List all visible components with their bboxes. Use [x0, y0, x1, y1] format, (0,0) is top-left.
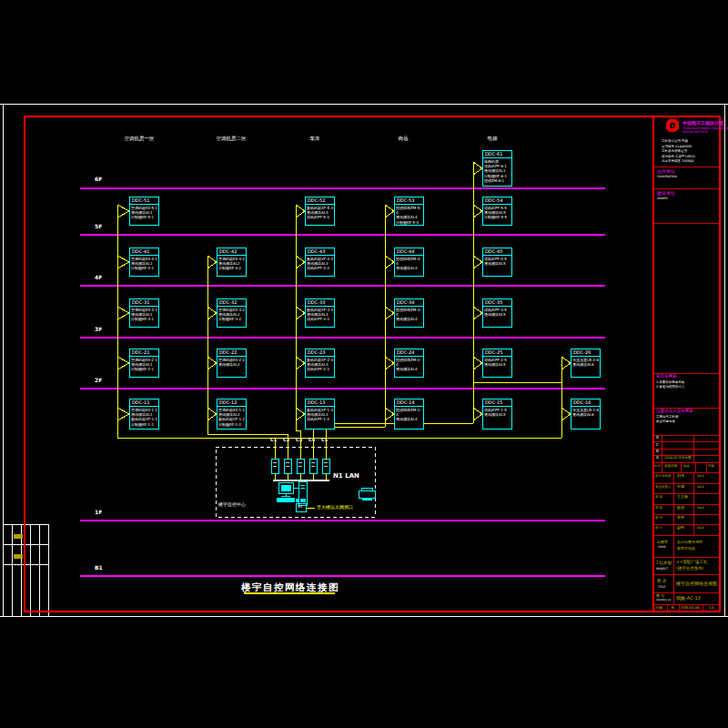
ddc-box-DDC-16: DDC-16冷冻水泵LB-1-6通讯模块AL6 [571, 399, 601, 430]
wire [385, 357, 394, 369]
ddc-box-DDC-52: DDC-52新风机组XF-5-3通讯模块AL3排风机PF-5-3 [305, 197, 335, 226]
ddc-box-DDC-24: DDC-24照明回路ZM-2-4通讯模块AL4 [394, 349, 424, 378]
workstation-icon [277, 481, 307, 505]
rev-header-cell: 签名 [683, 465, 690, 469]
rev-header-cell: 标记 [654, 465, 661, 469]
floor-label: 3F [95, 327, 102, 332]
wire [296, 408, 305, 420]
ddc-box-DDC-51: DDC-51空调机组KX-5-1通讯模块AL1控制箱KE-5-1 [129, 197, 159, 226]
owner-label-en: OWNER [657, 197, 668, 200]
chop-section-label-en: CHOP [658, 546, 666, 549]
riser-label: C2 [283, 438, 289, 442]
sheet-number: 13 [709, 606, 713, 610]
riser-label: C5 [321, 438, 328, 442]
wire [385, 256, 394, 268]
ddc-box-DDC-33: DDC-33新风机组XF-3-3通讯模块AL3排风机PF-3-3 [305, 298, 335, 328]
ddc-box-title: DDC-21 [130, 349, 158, 357]
cert-line: 证书编号 A1440000 [662, 146, 692, 149]
wire [207, 357, 217, 369]
ddc-box-lines: 新风机组XF-4-3通讯模块AL3排风机PF-4-3 [306, 256, 334, 271]
ddc-box-title: DDC-42 [217, 248, 246, 256]
floor-label: 2F [95, 378, 102, 383]
wire [296, 307, 305, 319]
ddc-box-DDC-43: DDC-43新风机组XF-4-3通讯模块AL3排风机PF-4-3 [305, 248, 335, 277]
ddc-box-DDC-54: DDC-54排风机PF-5-5通讯模块AL5控制箱KE-5-5 [482, 197, 512, 226]
coop-label: 合作单位 [657, 169, 675, 174]
dwgno-value: 弱施-AC-13 [676, 596, 701, 601]
ddc-box-lines: 电梯机房排风机PF-6-1通讯模块AL1控制箱KE-6-1照明ZM-6-1 [483, 158, 511, 183]
ddc-box-lines: 空调机组KX-4-2通讯模块AL2控制箱KE-4-2 [217, 256, 246, 271]
wire [561, 408, 571, 420]
ddc-box-lines: 新风机组XF-1-3通讯模块AL3排风机PF-1-3 [306, 407, 334, 422]
column-header: 空调机房二区 [217, 136, 247, 142]
column-header: 电梯 [488, 136, 498, 142]
license-chop-label: 注册执业人员专用章 [656, 410, 693, 414]
ddc-box-lines: 照明回路ZM-3-4通讯模块AL4 [395, 307, 423, 322]
binding-grid [3, 524, 48, 616]
license-chop-note: 注册电气工程师 [656, 416, 679, 420]
wire [207, 307, 217, 319]
ethernet-note: 至大楼以太网接口 [317, 505, 353, 510]
scale-value: 无 [671, 606, 674, 610]
title-field-value: 楼宇自控网络连接图 [676, 581, 717, 586]
diagram-canvas [0, 0, 728, 728]
ddc-box-title: DDC-13 [306, 399, 334, 407]
ddc-box-DDC-61: DDC-61电梯机房排风机PF-6-1通讯模块AL1控制箱KE-6-1照明ZM-… [482, 150, 512, 187]
ddc-box-DDC-32: DDC-32空调机组KX-3-2通讯模块AL2控制箱KE-3-2 [217, 298, 247, 328]
institute-name-en: DESIGN INSTITUTE [682, 131, 708, 134]
wire [296, 256, 305, 268]
floor-label: 4F [95, 275, 102, 280]
ddc-box-title: DDC-44 [395, 248, 423, 256]
control-room-label: 楼宇自控中心 [218, 502, 246, 507]
chop-section-line: 盖章后有效 [677, 547, 695, 551]
sig-label: 校 对 [655, 517, 662, 521]
ddc-box-title: DDC-34 [395, 299, 423, 307]
ddc-box-DDC-34: DDC-34照明回路ZM-3-4通讯模块AL4 [394, 298, 424, 328]
institute-logo-icon [666, 119, 680, 133]
sig-name: 刘伟 [677, 474, 684, 478]
ddc-box-title: DDC-54 [483, 197, 511, 205]
sig-name: 赵刚 [677, 526, 684, 530]
ddc-box-lines: 新风机组XF-3-3通讯模块AL3排风机PF-3-3 [306, 307, 334, 322]
project-label-en: PROJECT [656, 568, 668, 571]
ddc-box-lines: 新风机组XF-2-3通讯模块AL3排风机PF-2-3 [306, 357, 334, 372]
wire [117, 438, 275, 459]
ddc-box-title: DDC-53 [395, 197, 423, 205]
riser-label: C4 [308, 438, 315, 442]
wire [473, 205, 482, 217]
wire [117, 307, 129, 319]
ddc-box-title: DDC-26 [571, 349, 600, 357]
ddc-box-title: DDC-16 [571, 399, 600, 407]
drawing-sheet: 空调机房一区 空调机房二区 车库 商场 电梯 6F 5F 4F 3F 2F 1F… [0, 0, 728, 728]
wire [296, 205, 305, 217]
scale-label: 比例 [655, 606, 662, 610]
owner-label: 建设单位 [657, 191, 675, 196]
ddc-box-title: DDC-25 [483, 349, 511, 357]
title-field-label-en: TITLE [658, 586, 665, 589]
dwgno-label: 图 号 [656, 594, 664, 598]
chop-section-label: 出图章 [657, 541, 668, 544]
ddc-box-title: DDC-45 [483, 248, 511, 256]
rev-header-cell: 更改依据 [664, 465, 677, 469]
wire [473, 162, 482, 175]
drawing-title: 楼宇自控网络连接图 [241, 582, 339, 592]
floor-label: 6F [95, 177, 102, 182]
approval-chop-note: 1.本图未加盖章无效 [656, 381, 684, 385]
wire [117, 357, 129, 369]
sig-name: 张健 [677, 485, 684, 489]
ddc-box-title: DDC-33 [306, 299, 334, 307]
ddc-box-title: DDC-12 [217, 399, 246, 407]
riser-label: C3 [296, 438, 302, 442]
chop-section-line: 设计出图专用章 [677, 541, 703, 544]
ddc-box-DDC-42: DDC-42空调机组KX-4-2通讯模块AL2控制箱KE-4-2 [217, 248, 247, 277]
sig-label: 审 核 [655, 507, 662, 511]
cert-line: 工程咨询资格证书 [662, 150, 687, 154]
ddc-box-title: DDC-61 [483, 151, 511, 158]
ddc-box-title: DDC-23 [306, 349, 334, 357]
cert-line: 北京市海淀区 100840 [662, 160, 693, 164]
ddc-box-lines: 空调机组KX-3-1通讯模块AL1控制箱KE-3-1 [130, 307, 158, 322]
title-field-label: 图 名 [657, 580, 666, 584]
ddc-box-DDC-15: DDC-15排风机PF-1-5通讯模块AL5 [482, 399, 512, 430]
binding-grid-mark [14, 534, 23, 539]
wire [207, 256, 217, 268]
